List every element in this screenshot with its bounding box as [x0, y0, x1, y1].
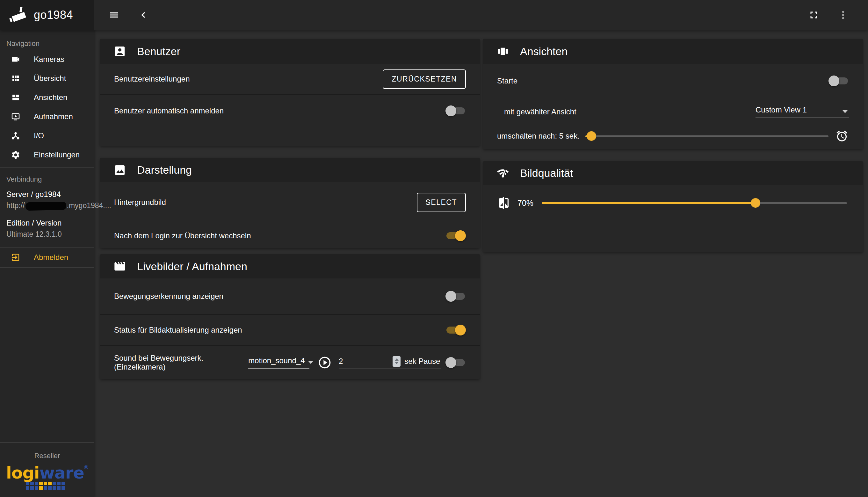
- pause-seconds-value: 2: [339, 357, 393, 366]
- device-hub-icon: [11, 131, 20, 141]
- overview-after-login-toggle[interactable]: [445, 230, 466, 241]
- card-title: Bildqualität: [520, 167, 573, 179]
- row-motion-sound: Sound bei Bewegungserk.(Einzelkamera) mo…: [100, 346, 480, 379]
- logout-label: Abmelden: [34, 253, 68, 262]
- go1984-app: go1984 Navigation Kameras: [0, 0, 868, 497]
- compare-icon: [497, 196, 511, 210]
- card-title: Livebilder / Aufnahmen: [137, 260, 247, 273]
- card-ansichten: Ansichten Starte mit gewählter Ansicht C…: [483, 39, 863, 149]
- network-check-icon: [496, 167, 509, 180]
- card-benutzer: Benutzer Benutzereinstellungen ZURÜCKSET…: [100, 39, 480, 146]
- autologin-toggle[interactable]: [445, 105, 466, 117]
- refresh-status-toggle[interactable]: [445, 324, 466, 336]
- main-content: Benutzer Benutzereinstellungen ZURÜCKSET…: [94, 30, 868, 497]
- sidebar-item-label: Kameras: [34, 55, 65, 64]
- sidebar-item-label: I/O: [34, 131, 44, 140]
- refresh-status-label: Status für Bildaktualisierung anzeigen: [114, 326, 242, 335]
- play-display-icon: [11, 112, 20, 122]
- card-bildqualitaet-header: Bildqualität: [483, 161, 863, 185]
- row-motion-overlay: Bewegungserkennung anzeigen: [100, 279, 480, 314]
- reset-button[interactable]: ZURÜCKSETZEN: [383, 69, 466, 89]
- logout-icon: [11, 253, 20, 262]
- app-logo-block: go1984: [0, 0, 94, 30]
- server-url-prefix: http://: [6, 201, 25, 210]
- fullscreen-icon[interactable]: [807, 8, 821, 22]
- row-image-quality: 70%: [483, 185, 863, 221]
- row-autologin: Benutzer automatisch anmelden: [100, 95, 480, 146]
- top-bar: go1984: [0, 0, 868, 30]
- card-livebilder-header: Livebilder / Aufnahmen: [100, 254, 480, 279]
- motion-overlay-label: Bewegungserkennung anzeigen: [114, 292, 223, 301]
- motion-sound-value: motion_sound_4: [248, 356, 304, 365]
- grid-icon: [11, 74, 20, 83]
- row-hintergrundbild: Hintergrundbild SELECT: [100, 182, 480, 223]
- card-benutzer-header: Benutzer: [100, 39, 480, 64]
- sidebar-item-einstellungen[interactable]: Einstellungen: [0, 145, 94, 165]
- sidebar-item-kameras[interactable]: Kameras: [0, 50, 94, 69]
- gear-icon: [11, 150, 20, 160]
- app-title: go1984: [34, 8, 73, 22]
- view-select[interactable]: Custom View 1: [755, 105, 849, 118]
- right-column: Ansichten Starte mit gewählter Ansicht C…: [483, 39, 863, 497]
- server-url: http://.mygo1984....: [6, 201, 94, 210]
- spinner-up-icon[interactable]: [395, 358, 399, 361]
- switch-interval-slider[interactable]: [585, 130, 828, 142]
- registered-mark: ®: [84, 464, 88, 471]
- edition-value: Ultimate 12.3.1.0: [6, 230, 94, 239]
- logout-button[interactable]: Abmelden: [0, 247, 94, 267]
- server-url-suffix: .mygo1984....: [67, 201, 111, 210]
- slider-knob[interactable]: [587, 131, 596, 141]
- row-starte: Starte: [483, 64, 863, 98]
- spinner-down-icon[interactable]: [395, 362, 399, 364]
- select-button[interactable]: SELECT: [417, 193, 466, 212]
- quality-slider[interactable]: [542, 197, 847, 209]
- image-icon: [113, 164, 126, 176]
- menu-icon[interactable]: [107, 8, 121, 22]
- sidebar-item-label: Ansichten: [34, 93, 67, 102]
- start-toggle[interactable]: [828, 75, 849, 87]
- view-label: mit gewählter Ansicht: [504, 108, 577, 116]
- videocam-icon: [11, 55, 20, 64]
- motion-sound-toggle[interactable]: [445, 357, 466, 368]
- slider-knob[interactable]: [751, 198, 760, 208]
- sidebar-item-io[interactable]: I/O: [0, 126, 94, 145]
- pause-seconds-input[interactable]: 2 sek Pause: [339, 356, 441, 369]
- reseller-block: Reseller logiware®: [0, 442, 94, 497]
- reseller-label: Reseller: [34, 452, 60, 460]
- motion-overlay-toggle[interactable]: [445, 290, 466, 302]
- sidebar-item-aufnahmen[interactable]: Aufnahmen: [0, 107, 94, 126]
- back-icon[interactable]: [137, 8, 151, 22]
- sidebar-item-label: Aufnahmen: [34, 112, 73, 121]
- row-view-select: mit gewählter Ansicht Custom View 1: [483, 98, 863, 126]
- view-carousel-icon: [496, 45, 509, 58]
- card-bottom-spacer: [483, 221, 863, 252]
- motion-sound-select[interactable]: motion_sound_4: [248, 356, 309, 369]
- quality-percent-label: 70%: [517, 198, 533, 208]
- card-darstellung-header: Darstellung: [100, 158, 480, 182]
- logiware-logo: logiware®: [6, 465, 88, 490]
- motion-sound-label: Sound bei Bewegungserk.(Einzelkamera): [114, 354, 243, 371]
- account-box-icon: [113, 45, 126, 58]
- sidebar-item-uebersicht[interactable]: Übersicht: [0, 69, 94, 88]
- number-spinner[interactable]: [393, 356, 400, 367]
- redacted-hostname: [25, 202, 66, 211]
- more-options-icon[interactable]: [836, 8, 850, 22]
- card-darstellung: Darstellung Hintergrundbild SELECT Nach …: [100, 158, 480, 248]
- settings-label: Benutzereinstellungen: [114, 74, 190, 84]
- server-label: Server / go1984: [6, 190, 94, 199]
- chevron-down-icon: [842, 110, 848, 113]
- play-sound-button[interactable]: [318, 355, 332, 370]
- layout-icon: [11, 93, 20, 102]
- row-overview-after-login: Nach dem Login zur Übersicht wechseln: [100, 223, 480, 248]
- sidebar-item-ansichten[interactable]: Ansichten: [0, 88, 94, 107]
- switch-interval-label: umschalten nach: 5 sek.: [497, 131, 580, 141]
- logiware-logo-part2: ware: [40, 463, 84, 482]
- sidebar-item-label: Einstellungen: [34, 151, 80, 159]
- row-benutzereinstellungen: Benutzereinstellungen ZURÜCKSETZEN: [100, 64, 480, 94]
- logiware-logo-part1: logi: [6, 463, 40, 482]
- edition-label: Edition / Version: [6, 218, 94, 227]
- overview-after-login-label: Nach dem Login zur Übersicht wechseln: [114, 231, 251, 240]
- cctv-camera-logo-icon: [9, 6, 29, 24]
- sidebar: Navigation Kameras Übersicht Ansichten A…: [0, 30, 94, 497]
- card-ansichten-header: Ansichten: [483, 39, 863, 64]
